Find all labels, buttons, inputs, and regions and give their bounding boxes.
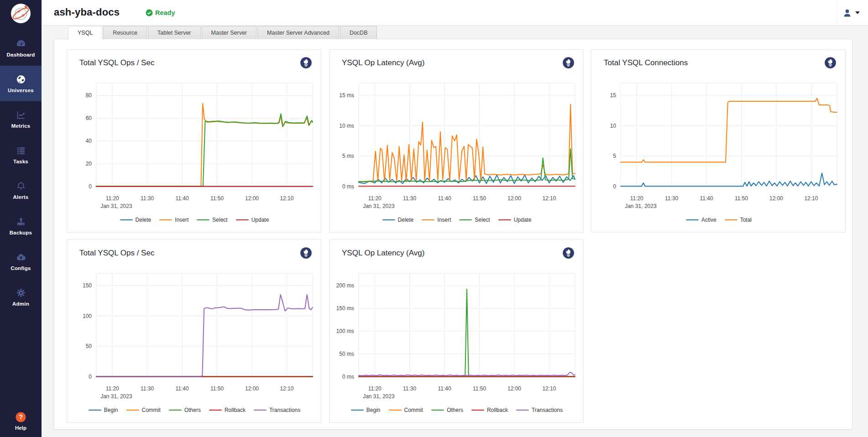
- legend-item-commit[interactable]: Commit: [389, 407, 423, 413]
- svg-text:100 ms: 100 ms: [336, 328, 354, 334]
- legend-swatch: [351, 410, 364, 411]
- svg-text:12:10: 12:10: [280, 195, 293, 202]
- svg-text:50 ms: 50 ms: [339, 351, 354, 357]
- yugabyte-logo[interactable]: [10, 3, 31, 24]
- user-menu[interactable]: [837, 0, 864, 26]
- svg-text:11:40: 11:40: [438, 195, 451, 202]
- legend-item-rollback[interactable]: Rollback: [471, 407, 508, 413]
- svg-text:12:00: 12:00: [245, 385, 259, 392]
- tab-tablet-server[interactable]: Tablet Server: [148, 26, 201, 39]
- legend-item-begin[interactable]: Begin: [89, 407, 118, 413]
- svg-text:11:40: 11:40: [176, 385, 189, 392]
- svg-text:Jan 31, 2023: Jan 31, 2023: [363, 203, 395, 209]
- chart-card-total-ysql-ops-transactions: Total YSQL Ops / Sec 05010015011:2011:30…: [67, 239, 321, 423]
- svg-text:12:10: 12:10: [542, 385, 556, 392]
- svg-text:11:20: 11:20: [368, 195, 382, 202]
- tab-master-server-advanced[interactable]: Master Server Advanced: [257, 26, 339, 39]
- chart-card-total-ysql-connections: Total YSQL Connections 05101511:2011:301…: [591, 49, 846, 233]
- legend-swatch: [498, 219, 511, 221]
- legend-item-total[interactable]: Total: [725, 217, 752, 223]
- svg-text:11:40: 11:40: [700, 195, 713, 202]
- bell-icon: [16, 181, 26, 192]
- sidebar-item-universes[interactable]: Universes: [0, 66, 42, 101]
- svg-text:12:10: 12:10: [542, 195, 556, 202]
- legend-swatch: [471, 410, 484, 411]
- svg-text:0 ms: 0 ms: [342, 374, 354, 380]
- svg-text:Jan 31, 2023: Jan 31, 2023: [363, 393, 395, 400]
- svg-text:11:40: 11:40: [438, 385, 451, 392]
- sidebar-item-tasks[interactable]: Tasks: [0, 137, 42, 172]
- svg-text:10 ms: 10 ms: [339, 123, 354, 129]
- svg-text:11:50: 11:50: [473, 385, 486, 392]
- tab-master-server[interactable]: Master Server: [202, 26, 257, 39]
- svg-text:0: 0: [89, 374, 92, 380]
- legend-swatch: [382, 219, 395, 221]
- gear-icon: [16, 287, 26, 298]
- svg-text:11:20: 11:20: [368, 385, 382, 392]
- svg-text:11:30: 11:30: [665, 195, 678, 202]
- svg-text:11:20: 11:20: [106, 385, 119, 392]
- svg-text:11:50: 11:50: [210, 195, 224, 202]
- chart-plot: 02040608011:2011:3011:4011:5012:0012:10J…: [67, 50, 322, 233]
- legend-item-rollback[interactable]: Rollback: [209, 407, 246, 413]
- legend-item-insert[interactable]: Insert: [159, 217, 188, 223]
- sidebar-item-dashboard[interactable]: Dashboard: [0, 30, 42, 66]
- sidebar-item-admin[interactable]: Admin: [0, 279, 42, 315]
- svg-text:15 ms: 15 ms: [339, 92, 354, 99]
- legend-item-delete[interactable]: Delete: [120, 217, 152, 223]
- chart-card-total-ysql-ops: Total YSQL Ops / Sec 02040608011:2011:30…: [67, 49, 321, 233]
- legend-item-others[interactable]: Others: [431, 407, 463, 413]
- sidebar-item-label: Alerts: [13, 194, 29, 200]
- legend-item-update[interactable]: Update: [498, 217, 532, 223]
- legend-item-select[interactable]: Select: [459, 217, 490, 223]
- sidebar-item-alerts[interactable]: Alerts: [0, 172, 42, 208]
- legend-swatch: [209, 410, 222, 411]
- svg-text:15: 15: [610, 92, 617, 99]
- svg-text:80: 80: [86, 92, 92, 99]
- tab-docdb[interactable]: DocDB: [340, 26, 377, 39]
- legend-item-delete[interactable]: Delete: [382, 217, 414, 223]
- legend-swatch: [89, 410, 101, 411]
- tab-ysql[interactable]: YSQL: [68, 26, 102, 40]
- universe-title: ash-yba-docs: [54, 6, 120, 18]
- tab-resource[interactable]: Resource: [103, 26, 147, 39]
- tasks-list-icon: [16, 145, 26, 156]
- legend-swatch: [516, 410, 529, 411]
- sidebar-item-label: Metrics: [11, 123, 31, 129]
- svg-text:60: 60: [86, 115, 92, 121]
- header: ash-yba-docs Ready: [42, 0, 868, 26]
- legend-item-transactions[interactable]: Transactions: [254, 407, 300, 413]
- legend-swatch: [120, 219, 133, 221]
- svg-text:11:30: 11:30: [403, 385, 416, 392]
- sidebar-item-label: Dashboard: [7, 52, 35, 57]
- legend-item-begin[interactable]: Begin: [351, 407, 381, 413]
- sidebar-item-backups[interactable]: Backups: [0, 208, 42, 244]
- legend-swatch: [197, 219, 209, 221]
- metrics-tab-bar: YSQL Resource Tablet Server Master Serve…: [68, 26, 377, 40]
- legend-item-commit[interactable]: Commit: [126, 407, 161, 413]
- sidebar-item-configs[interactable]: Configs: [0, 244, 42, 279]
- sidebar-item-label: Backups: [10, 230, 32, 235]
- svg-text:12:00: 12:00: [245, 195, 259, 202]
- legend-swatch: [725, 219, 737, 221]
- legend-item-others[interactable]: Others: [169, 407, 201, 413]
- legend-item-update[interactable]: Update: [236, 217, 269, 223]
- sidebar-item-label: Configs: [10, 265, 31, 271]
- legend-swatch: [389, 410, 402, 411]
- svg-text:5 ms: 5 ms: [342, 153, 354, 159]
- svg-text:200 ms: 200 ms: [336, 282, 354, 289]
- legend-item-insert[interactable]: Insert: [422, 217, 451, 223]
- sidebar-item-help[interactable]: ? Help: [0, 411, 42, 431]
- sidebar-item-metrics[interactable]: Metrics: [0, 101, 42, 137]
- svg-text:Jan 31, 2023: Jan 31, 2023: [100, 393, 132, 400]
- legend-item-select[interactable]: Select: [197, 217, 227, 223]
- legend-item-transactions[interactable]: Transactions: [516, 407, 563, 413]
- svg-text:12:00: 12:00: [507, 195, 521, 202]
- status-badge: Ready: [146, 9, 175, 16]
- svg-text:150 ms: 150 ms: [336, 305, 354, 312]
- legend-swatch: [431, 410, 444, 411]
- svg-text:100: 100: [83, 313, 92, 319]
- legend-item-active[interactable]: Active: [686, 217, 716, 223]
- legend-swatch: [459, 219, 472, 221]
- chart-card-ysql-op-latency: YSQL Op Latency (Avg) 0 ms5 ms10 ms15 ms…: [329, 49, 584, 233]
